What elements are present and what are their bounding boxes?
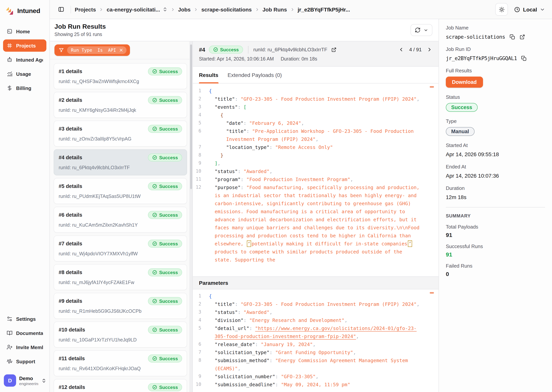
run-status-text: Success [220,47,239,52]
run-list-item[interactable]: #4 details Success runId: ru_6Pktq4v9lcb… [54,149,187,175]
run-started-text: Started: Apr 14, 2026, 10:06:16 AM [199,56,274,62]
run-list-item[interactable]: #5 details Success runId: ru_PUdmKEjTAqS… [54,178,187,204]
run-status-badge: Success [148,383,182,391]
sidebar-item-documentation[interactable]: Documentation [3,327,46,339]
run-list-item[interactable]: #1 details Success runId: ru_QHSF3wZnWWf… [54,63,187,89]
breadcrumb-jobs[interactable]: Jobs [178,6,190,13]
chevron-right-icon [99,7,104,12]
runs-list-column: Run Type Is API #1 details Success runId… [50,41,189,392]
check-circle-icon [152,98,157,103]
breadcrumb-project-name[interactable]: ca-energy-solicitati... [107,6,160,13]
job-name-label: Job Name [446,25,545,31]
job-run-id-value: jr_e2BYqFTfkP5jHruGGQAL1 [446,55,517,61]
run-list-item[interactable]: #2 details Success runId: ru_KMY6gNsyG34… [54,92,187,118]
total-payloads-label: Total Payloads [446,224,545,230]
chevrons-up-down-icon[interactable] [162,7,167,12]
check-circle-icon [152,356,157,361]
topbar-divider [71,6,71,13]
sidebar-item-settings[interactable]: Settings [3,313,46,325]
chevron-right-icon [194,7,198,12]
breadcrumb-job-name[interactable]: scrape-solicitations [201,6,252,13]
chevron-right-icon [255,7,259,12]
run-id: runId: ru_QHSF3wZnWWfsjkrnc4XCg [59,79,182,84]
panel-divider [446,207,545,208]
run-status-text: Success [159,69,178,74]
copy-icon[interactable] [521,55,527,61]
run-list-item[interactable]: #11 details Success runId: ru_Rv641XDGnK… [54,350,187,376]
user-menu[interactable]: D Demo engineering@intunedh... [0,371,50,392]
run-list-item[interactable]: #12 details Success runId: ru_E9Wzez74Hd… [54,379,187,392]
chevrons-up-down-icon [41,378,46,383]
code-line: 9], [193,159,439,167]
sidebar-item-label: Projects [16,43,36,49]
external-link-icon[interactable] [331,47,337,52]
theme-toggle-button[interactable] [495,3,508,16]
brand-logo-link[interactable]: Intuned [0,0,50,25]
sidebar-toggle-button[interactable] [55,4,67,15]
type-badge: Manual [446,127,474,136]
run-label: #12 details [59,384,85,390]
run-label: #6 details [59,212,82,218]
sidebar-item-intuned-agent[interactable]: Intuned Agent [3,54,46,66]
run-list-item[interactable]: #8 details Success runId: ru_mJ6jyfA1lY4… [54,264,187,290]
run-status-badge: Success [148,211,182,219]
download-button[interactable]: Download [446,77,483,88]
runs-list: #1 details Success runId: ru_QHSF3wZnWWf… [50,59,189,392]
previous-run-button[interactable] [399,47,404,52]
next-run-button[interactable] [427,47,432,52]
run-list-item[interactable]: #9 details Success runId: ru_R1mHeb5G9GJ… [54,293,187,319]
code-line: 7"location_type": "Remote Access Only" [193,143,439,151]
timezone-selector[interactable]: Local [514,6,547,13]
run-list-item[interactable]: #10 details Success runId: ru_10GaP1XrTz… [54,322,187,348]
sidebar-item-projects[interactable]: Projects [3,39,46,52]
ended-at-value: Apr 14, 2026 10:07:36 [446,173,545,179]
filter-value-pill: Run Type Is API [67,46,126,54]
sidebar-item-support[interactable]: Support [3,355,46,367]
run-list-item[interactable]: #7 details Success runId: ru_Wj4pdoVIOY7… [54,235,187,261]
run-status-badge: Success [209,46,243,54]
sidebar-spacer [0,94,50,313]
breadcrumb-job-runs[interactable]: Job Runs [262,6,287,13]
sidebar-item-invite-members[interactable]: Invite Members [3,341,46,353]
code-line: 11"program": "Food Production Investment… [193,175,439,183]
code-line: 8"submission_method": "Energy Commission… [193,357,439,372]
run-status-text: Success [159,298,178,304]
tab-extended-payloads[interactable]: Extended Payloads (0) [227,67,282,83]
external-link-icon[interactable] [519,34,525,40]
check-circle-icon [152,270,157,275]
run-id: runId: ru_R1mHeb5G9GJS6tJKcOCPb [59,308,182,314]
runs-list-scrollbar[interactable] [189,41,192,392]
run-id: runId: ru_6Pktq4v9lcbhLO3xIrrTF [59,165,182,170]
full-results-label: Full Results [446,68,545,73]
sidebar-item-home[interactable]: Home [3,25,46,37]
user-name: Demo [19,375,38,381]
run-type-filter-chip[interactable]: Run Type Is API [54,44,130,56]
detail-tabs: Results Extended Payloads (0) [193,67,439,84]
code-line: 4{ [193,111,439,119]
started-at-label: Started At [446,142,545,148]
code-line: 10"submission_deadline": "May 09, 2024, … [193,380,439,389]
run-id: runId: ru_KuCAm5mZilxn2KavhSh1Y [59,222,182,228]
sidebar-item-billing[interactable]: Billing [3,82,46,94]
code-line: 9"solicitation_number": "GFO-23-305", [193,372,439,380]
close-icon[interactable] [119,48,123,52]
code-line: 12"purpose": "Food manufacturing, specif… [193,183,439,264]
sidebar-item-usage[interactable]: Usage [3,68,46,80]
run-list-item[interactable]: #6 details Success runId: ru_KuCAm5mZilx… [54,207,187,233]
check-circle-icon [152,327,157,332]
code-line: 3"status": "Awarded", [193,308,439,316]
breadcrumb-job-run-id[interactable]: jr_e2BYqFTfkP5jHr... [298,6,350,13]
refresh-button[interactable] [411,24,432,36]
intuned-logo-icon [5,6,15,16]
run-status-text: Success [159,327,178,332]
copy-icon[interactable] [509,34,515,40]
tab-results[interactable]: Results [199,67,218,83]
run-list-item[interactable]: #3 details Success runId: ru_zOnvZr3alIl… [54,121,187,147]
run-status-text: Success [159,126,178,132]
breadcrumb-projects[interactable]: Projects [75,6,96,13]
parameters-json-viewer: 1{2"title": "GFO-23-305 - Food Productio… [193,289,439,392]
scrollbar-thumb[interactable] [190,44,192,189]
code-line: 8} [193,151,439,159]
user-meta: Demo engineering@intunedh... [19,375,38,386]
run-status-text: Success [159,241,178,246]
